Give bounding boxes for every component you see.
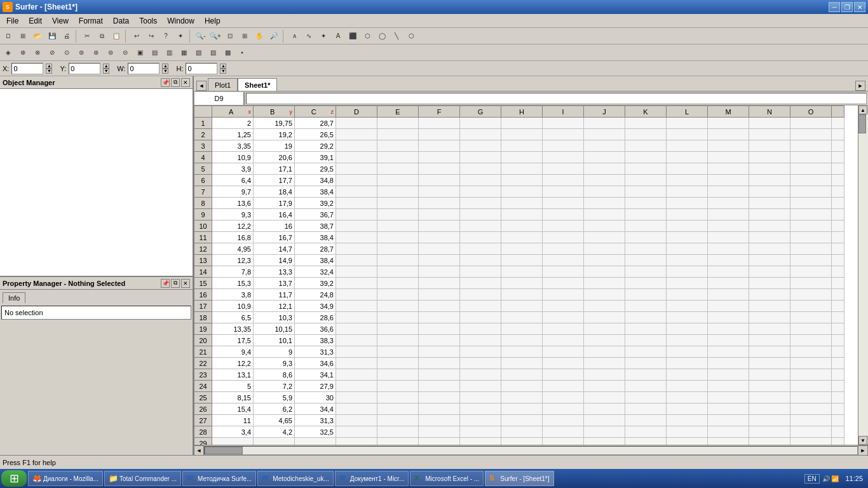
cell-21-empty-8[interactable] [667,346,708,358]
row-header-6[interactable]: 6 [194,175,212,186]
col-header-G[interactable]: G [460,106,501,118]
cell-3-empty-1[interactable] [377,140,419,152]
cell-15-A[interactable]: 15,3 [212,278,254,289]
cell-11-empty-4[interactable] [501,232,543,243]
vscroll-up[interactable]: ▲ [858,105,867,114]
col-header-H[interactable]: H [501,106,543,118]
cell-6-C[interactable]: 34,8 [295,175,336,186]
zoom-minus[interactable]: 🔍- [194,29,208,43]
tb2-3[interactable]: ⊗ [31,46,44,60]
cell-3-empty-2[interactable] [419,140,460,152]
cell-28-empty-1[interactable] [377,426,419,438]
cell-7-empty-1[interactable] [377,186,419,198]
cell-2-empty-7[interactable] [625,129,667,140]
cell-17-C[interactable]: 34,9 [295,301,336,312]
draw9[interactable]: ⬡ [404,29,418,43]
tb2-8[interactable]: ⊜ [104,46,118,60]
menu-help[interactable]: Help [200,15,226,27]
cell-9-empty-0[interactable] [336,209,377,220]
cell-1-empty-7[interactable] [625,118,667,129]
col-header-J[interactable]: J [584,106,625,118]
cell-8-empty-9[interactable] [708,198,749,209]
cell-12-empty-2[interactable] [419,243,460,255]
taskbar-excel[interactable]: X Microsoft Excel - ... [410,471,484,486]
cell-15-empty-11[interactable] [790,278,832,289]
cell-19-empty-10[interactable] [749,323,790,335]
cell-27-empty-8[interactable] [667,415,708,426]
cell-19-B[interactable]: 10,15 [254,323,295,335]
cell-4-B[interactable]: 20,6 [254,152,295,163]
cell-20-empty-0[interactable] [336,335,377,346]
cell-18-empty-9[interactable] [708,312,749,323]
cell-1-C[interactable]: 28,7 [295,118,336,129]
cell-20-empty-4[interactable] [501,335,543,346]
cell-14-empty-3[interactable] [460,266,501,278]
cell-27-empty-6[interactable] [584,415,625,426]
vscroll-thumb[interactable] [858,114,866,133]
cell-16-empty-9[interactable] [708,289,749,301]
cell-17-empty-10[interactable] [749,301,790,312]
row-header-13[interactable]: 13 [194,255,212,266]
cell-22-A[interactable]: 12,2 [212,358,254,369]
cell-17-empty-7[interactable] [625,301,667,312]
row-header-18[interactable]: 18 [194,312,212,323]
row-header-4[interactable]: 4 [194,152,212,163]
cell-21-empty-12[interactable] [832,346,844,358]
cell-21-empty-9[interactable] [708,346,749,358]
cell-7-empty-3[interactable] [460,186,501,198]
cell-29-14[interactable] [790,438,832,445]
menu-data[interactable]: Data [108,15,134,27]
col-header-M[interactable]: M [708,106,749,118]
cell-6-empty-7[interactable] [625,175,667,186]
cell-25-empty-12[interactable] [832,392,844,403]
cell-12-empty-3[interactable] [460,243,501,255]
cell-15-empty-10[interactable] [749,278,790,289]
om-float[interactable]: ⧉ [171,78,180,87]
cell-12-empty-1[interactable] [377,243,419,255]
cell-12-empty-6[interactable] [584,243,625,255]
hscroll-right[interactable]: ► [858,445,868,456]
cell-24-empty-8[interactable] [667,381,708,392]
cell-11-empty-0[interactable] [336,232,377,243]
row-header-21[interactable]: 21 [194,346,212,358]
cell-17-B[interactable]: 12,1 [254,301,295,312]
cell-14-empty-0[interactable] [336,266,377,278]
cell-3-empty-11[interactable] [790,140,832,152]
row-header-1[interactable]: 1 [194,118,212,129]
cell-18-empty-5[interactable] [543,312,584,323]
cell-14-empty-7[interactable] [625,266,667,278]
cell-8-empty-7[interactable] [625,198,667,209]
cell-4-empty-2[interactable] [419,152,460,163]
cell-25-empty-9[interactable] [708,392,749,403]
cell-2-B[interactable]: 19,2 [254,129,295,140]
cell-6-empty-9[interactable] [708,175,749,186]
cell-5-empty-6[interactable] [584,163,625,175]
cell-22-empty-4[interactable] [501,358,543,369]
cell-29-11[interactable] [667,438,708,445]
cell-9-empty-2[interactable] [419,209,460,220]
cell-5-empty-5[interactable] [543,163,584,175]
cell-25-C[interactable]: 30 [295,392,336,403]
cell-4-empty-12[interactable] [832,152,844,163]
cell-22-empty-2[interactable] [419,358,460,369]
cell-13-empty-9[interactable] [708,255,749,266]
cell-27-A[interactable]: 11 [212,415,254,426]
cell-16-empty-2[interactable] [419,289,460,301]
cell-23-A[interactable]: 13,1 [212,369,254,381]
cell-25-empty-5[interactable] [543,392,584,403]
open-button[interactable]: 📂 [31,29,44,43]
cell-1-B[interactable]: 19,75 [254,118,295,129]
cell-24-empty-5[interactable] [543,381,584,392]
cell-reference[interactable]: D9 [194,92,245,105]
cell-5-C[interactable]: 29,5 [295,163,336,175]
cell-4-empty-8[interactable] [667,152,708,163]
cell-7-empty-5[interactable] [543,186,584,198]
cell-25-B[interactable]: 5,9 [254,392,295,403]
cell-26-empty-5[interactable] [543,403,584,415]
cell-15-empty-9[interactable] [708,278,749,289]
cell-29-8[interactable] [543,438,584,445]
cell-2-empty-3[interactable] [460,129,501,140]
cell-15-empty-5[interactable] [543,278,584,289]
cell-13-empty-12[interactable] [832,255,844,266]
cell-1-empty-10[interactable] [749,118,790,129]
